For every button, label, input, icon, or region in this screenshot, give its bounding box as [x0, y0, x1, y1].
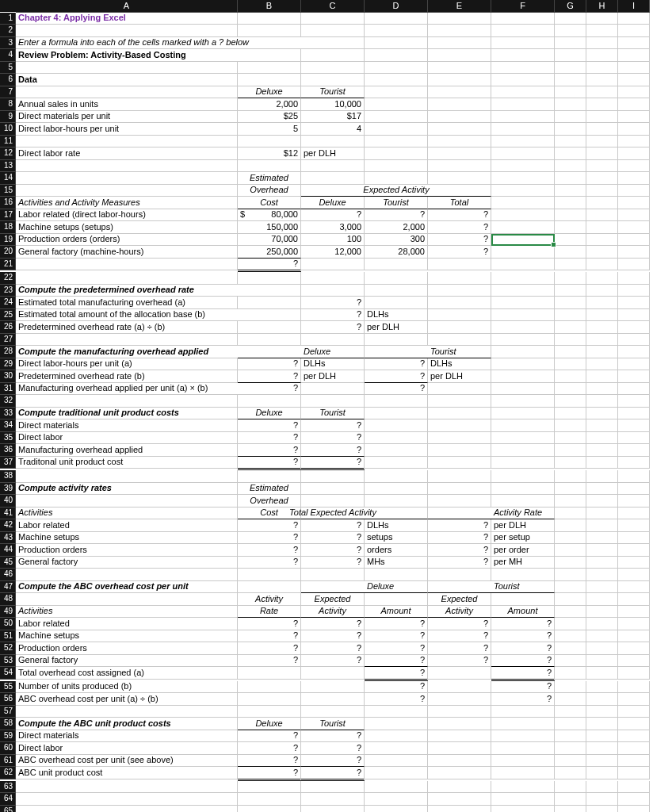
cell-E49[interactable]: Activity [428, 606, 491, 619]
cell-B39[interactable]: Estimated [238, 483, 301, 496]
cell-C5[interactable] [301, 62, 365, 75]
row-14[interactable]: 14 [0, 172, 16, 185]
cell-H11[interactable] [586, 136, 618, 148]
row-11[interactable]: 11 [0, 136, 16, 148]
row-31[interactable]: 31 [0, 383, 16, 396]
cell-F36[interactable] [491, 444, 555, 457]
cell-B16[interactable]: Cost [238, 197, 301, 209]
cell-E64[interactable] [428, 793, 491, 806]
cell-C61[interactable]: ? [301, 755, 365, 768]
cell-G21[interactable] [555, 259, 586, 271]
cell-E65[interactable] [428, 806, 491, 813]
cell-C62[interactable]: ? [301, 767, 365, 781]
cell-G24[interactable] [555, 297, 586, 309]
cell-G49[interactable] [555, 606, 586, 619]
cell-C34[interactable]: ? [301, 419, 365, 432]
cell-I26[interactable] [618, 321, 650, 334]
cell-I10[interactable] [618, 123, 650, 136]
cell-B52[interactable]: ? [238, 642, 301, 655]
row-1[interactable]: 1 [0, 13, 16, 25]
cell-H22[interactable] [586, 272, 618, 285]
cell-F1[interactable] [491, 13, 555, 25]
cell-H47[interactable] [586, 581, 618, 594]
cell-D22[interactable] [365, 272, 428, 285]
cell-E41[interactable] [428, 508, 491, 520]
cell-H37[interactable] [586, 457, 618, 469]
cell-D18[interactable]: 2,000 [365, 221, 428, 234]
cell-E43[interactable]: ? [428, 532, 491, 545]
row-12[interactable]: 12 [0, 147, 16, 160]
cell-D5[interactable] [365, 62, 428, 75]
cell-I12[interactable] [618, 147, 650, 160]
cell-B22[interactable] [238, 272, 301, 285]
cell-A23[interactable]: Compute the predetermined overhead rate [16, 285, 238, 297]
cell-H19[interactable] [586, 234, 618, 247]
cell-B25[interactable] [238, 309, 301, 322]
cell-I45[interactable] [618, 557, 650, 569]
cell-A49[interactable]: Activities [16, 606, 238, 619]
cell-H33[interactable] [586, 408, 618, 420]
cell-C1[interactable] [301, 13, 365, 25]
cell-I65[interactable] [618, 806, 650, 813]
cell-H9[interactable] [586, 111, 618, 124]
select-all-corner[interactable] [0, 0, 16, 12]
cell-F49[interactable]: Amount [491, 606, 555, 619]
cell-A19[interactable]: Production orders (orders) [16, 234, 238, 247]
cell-F56[interactable]: ? [491, 693, 555, 706]
col-H[interactable]: H [586, 0, 618, 13]
cell-D52[interactable]: ? [365, 642, 428, 655]
cell-C37[interactable]: ? [301, 457, 365, 471]
cell-G38[interactable] [555, 470, 586, 483]
cell-A44[interactable]: Production orders [16, 544, 238, 557]
cell-F57[interactable] [491, 706, 555, 718]
cell-A13[interactable] [16, 160, 238, 173]
cell-E6[interactable] [428, 74, 491, 86]
cell-G54[interactable] [555, 667, 586, 680]
cell-I18[interactable] [618, 221, 650, 234]
row-9[interactable]: 9 [0, 111, 16, 124]
row-4[interactable]: 4 [0, 49, 16, 62]
cell-I59[interactable] [618, 730, 650, 743]
cell-G27[interactable] [555, 334, 586, 347]
cell-C16[interactable]: Deluxe [301, 197, 365, 209]
cell-F26[interactable] [491, 321, 555, 334]
cell-C15[interactable] [301, 185, 365, 197]
cell-E46[interactable] [428, 569, 491, 581]
cell-F34[interactable] [491, 419, 555, 432]
cell-E14[interactable] [428, 172, 491, 185]
cell-E12[interactable] [428, 147, 491, 160]
cell-I15[interactable] [618, 185, 650, 197]
cell-A56[interactable]: ABC overhead cost per unit (a) ÷ (b) [16, 693, 238, 706]
cell-I13[interactable] [618, 160, 650, 173]
cell-D6[interactable] [365, 74, 428, 86]
cell-I44[interactable] [618, 544, 650, 557]
cell-B53[interactable]: ? [238, 655, 301, 668]
cell-C60[interactable]: ? [301, 742, 365, 755]
cell-C38[interactable] [301, 470, 365, 483]
row-57[interactable]: 57 [0, 706, 16, 718]
row-42[interactable]: 42 [0, 519, 16, 532]
row-26[interactable]: 26 [0, 321, 16, 334]
cell-H14[interactable] [586, 172, 618, 185]
cell-E8[interactable] [428, 98, 491, 111]
cell-D4[interactable] [365, 49, 428, 62]
cell-G3[interactable] [555, 37, 586, 50]
cell-H16[interactable] [586, 197, 618, 209]
cell-I8[interactable] [618, 98, 650, 111]
cell-D15[interactable]: Expected Activity [365, 185, 428, 197]
cell-H55[interactable] [586, 681, 618, 694]
cell-I53[interactable] [618, 655, 650, 668]
cell-H50[interactable] [586, 618, 618, 630]
cell-G4[interactable] [555, 49, 586, 62]
cell-A50[interactable]: Labor related [16, 618, 238, 630]
cell-B43[interactable]: ? [238, 532, 301, 545]
cell-B3[interactable] [238, 37, 301, 50]
cell-G31[interactable] [555, 383, 586, 396]
cell-B21[interactable]: ? [238, 259, 301, 273]
cell-C25[interactable]: ? [301, 309, 365, 322]
cell-A63[interactable] [16, 781, 238, 794]
cell-B60[interactable]: ? [238, 742, 301, 755]
cell-D42[interactable]: DLHs [365, 519, 428, 532]
cell-I48[interactable] [618, 593, 650, 606]
col-F[interactable]: F [491, 0, 555, 13]
